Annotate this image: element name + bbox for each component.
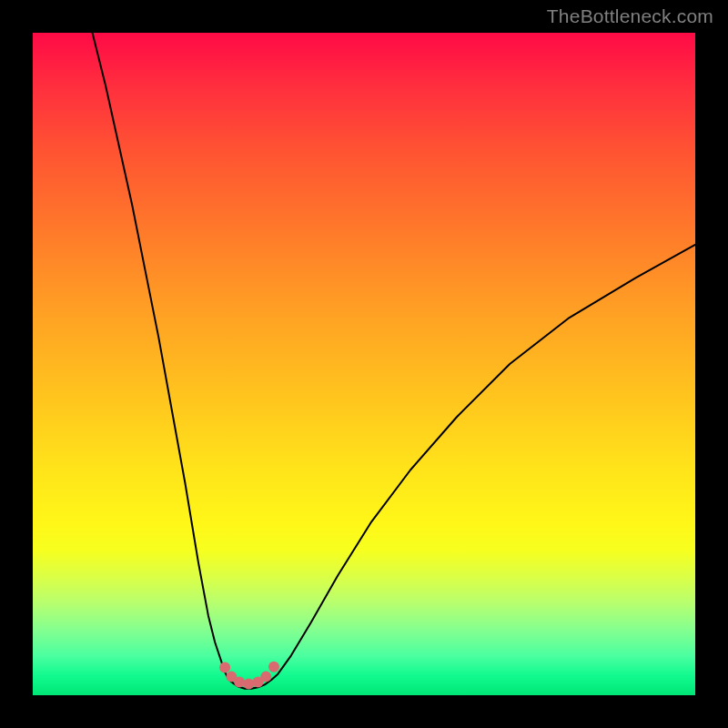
valley-dot [268, 662, 279, 672]
valley-dot [243, 679, 254, 690]
valley-dot [260, 672, 271, 682]
valley-dot [219, 662, 230, 672]
series-lines [93, 33, 695, 689]
plot-area [33, 33, 695, 695]
watermark-label: TheBottleneck.com [547, 5, 713, 27]
bottleneck-curve [93, 33, 695, 689]
chart-svg [33, 33, 695, 695]
valley-dot [234, 676, 245, 687]
chart-frame: TheBottleneck.com [0, 0, 728, 728]
marker-dots [219, 662, 279, 690]
